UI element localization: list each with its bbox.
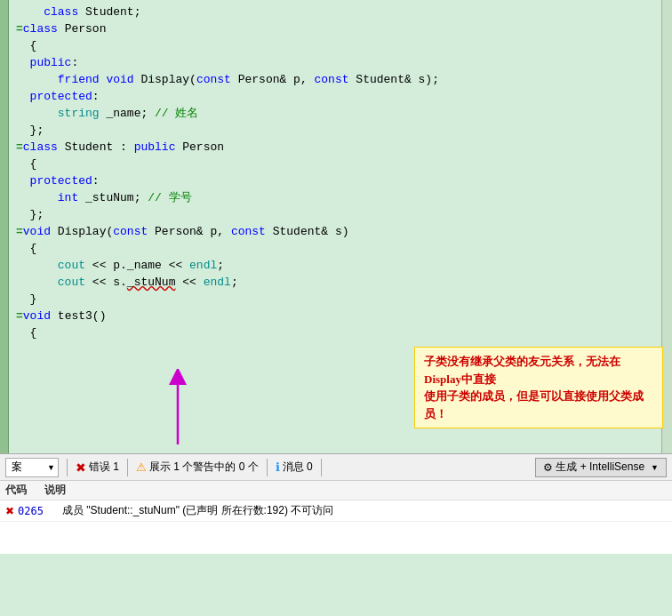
code-line: protected:	[16, 172, 654, 189]
error-rows: ✖ 0265 成员 "Student::_stuNum" (已声明 所在行数:1…	[0, 500, 672, 522]
code-line: friend void Display(const Person& p, con…	[16, 71, 654, 88]
code-line: =void test3()	[16, 308, 654, 324]
filter-dropdown[interactable]: 案 ▼	[5, 458, 59, 477]
separator-4	[321, 459, 322, 476]
col-desc: 说明	[44, 483, 66, 498]
warning-icon: ⚠	[136, 460, 147, 474]
row-error-desc: 成员 "Student::_stuNum" (已声明 所在行数:192) 不可访…	[62, 503, 667, 518]
bottom-toolbar: 案 ▼ ✖ 错误 1 ⚠ 展示 1 个警告中的 0 个 ℹ 消息 0 ⚙ 生成 …	[0, 453, 672, 480]
row-error-code: 0265	[18, 505, 62, 517]
message-badge: ℹ 消息 0	[276, 460, 313, 475]
annotation-line2: 使用子类的成员，但是可以直接使用父类成员！	[424, 389, 644, 420]
code-line: public:	[16, 54, 654, 71]
code-line: {	[16, 156, 654, 172]
code-line: class Student;	[16, 4, 654, 20]
code-line: };	[16, 206, 654, 223]
code-line: {	[16, 37, 654, 54]
build-icon: ⚙	[543, 461, 553, 474]
build-dropdown-icon: ▼	[651, 463, 659, 472]
dropdown-arrow-icon: ▼	[47, 463, 55, 472]
message-label: 消息 0	[283, 460, 313, 475]
warning-badge: ⚠ 展示 1 个警告中的 0 个	[136, 460, 259, 475]
error-icon: ✖	[76, 460, 86, 475]
code-line: {	[16, 324, 654, 341]
arrow-indicator	[169, 369, 187, 452]
info-icon: ℹ	[276, 460, 280, 474]
code-line: protected:	[16, 88, 654, 105]
error-row[interactable]: ✖ 0265 成员 "Student::_stuNum" (已声明 所在行数:1…	[0, 500, 672, 522]
filter-dropdown-label: 案	[12, 460, 22, 475]
error-badge: ✖ 错误 1	[76, 460, 119, 475]
separator-2	[127, 459, 128, 476]
row-error-icon: ✖	[5, 505, 14, 517]
code-line: };	[16, 122, 654, 139]
code-line: =class Student : public Person	[16, 139, 654, 156]
error-count-label: 错误 1	[89, 460, 119, 475]
separator-3	[267, 459, 268, 476]
code-line: }	[16, 291, 654, 308]
code-line: string _name; // 姓名	[16, 105, 654, 122]
code-line: cout << p._name << endl;	[16, 257, 654, 274]
annotation-box: 子类没有继承父类的友元关系，无法在Display中直接 使用子类的成员，但是可以…	[414, 347, 663, 428]
error-panel: 代码 说明 ✖ 0265 成员 "Student::_stuNum" (已声明 …	[0, 480, 672, 554]
build-label: 生成 + IntelliSense	[556, 460, 644, 475]
code-line: =void Display(const Person& p, const Stu…	[16, 223, 654, 240]
col-code: 代码	[5, 483, 27, 498]
code-line: =class Person	[16, 20, 654, 37]
annotation-line1: 子类没有继承父类的友元关系，无法在Display中直接	[424, 355, 620, 386]
code-line: cout << s._stuNum << endl;	[16, 274, 654, 291]
code-line: int _stuNum; // 学号	[16, 189, 654, 206]
separator-1	[67, 459, 68, 476]
code-line: {	[16, 240, 654, 257]
warning-label: 展示 1 个警告中的 0 个	[149, 460, 259, 475]
code-editor: class Student;=class Person { public: fr…	[0, 0, 672, 453]
error-panel-header: 代码 说明	[0, 481, 672, 500]
build-button[interactable]: ⚙ 生成 + IntelliSense ▼	[535, 458, 667, 477]
